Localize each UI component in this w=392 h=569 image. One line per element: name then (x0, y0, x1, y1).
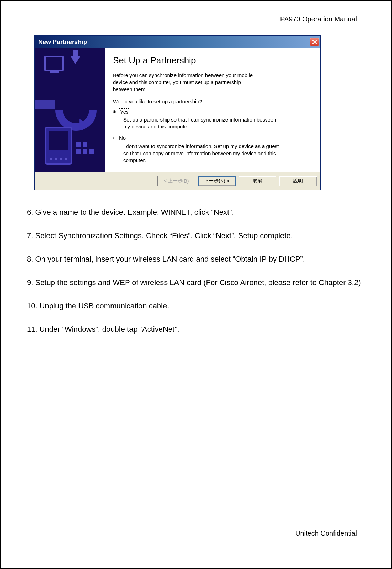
radio-option-no[interactable]: ○ No (113, 135, 311, 141)
pda-button-icon (55, 158, 57, 160)
close-icon (312, 40, 317, 44)
arrow-down-icon (71, 56, 80, 64)
pda-button-icon (60, 158, 62, 160)
help-button[interactable]: 說明 (279, 176, 317, 186)
cancel-button[interactable]: 取消 (239, 176, 276, 186)
page-header: PA970 Operation Manual (25, 15, 367, 23)
step-6: 6. Give a name to the device. Example: W… (27, 207, 365, 218)
dialog-button-row: < 上一步(B) 下一步(N) > 取消 說明 (35, 172, 320, 190)
page-footer: Unitech Confidential (295, 529, 357, 537)
pda-button-icon (50, 158, 52, 160)
decorative-bar (35, 100, 55, 109)
step-7: 7. Select Synchronization Settings. Chec… (27, 230, 365, 242)
radio-yes-description: Set up a partnership so that I can synch… (123, 116, 282, 130)
close-button[interactable] (310, 38, 319, 46)
dialog-content: Set Up a Partnership Before you can sync… (105, 48, 320, 172)
new-partnership-dialog: New Partnership (34, 35, 321, 190)
dialog-title: New Partnership (38, 39, 87, 46)
radio-unselected-icon: ○ (113, 135, 119, 141)
radio-no-description: I don't want to synchronize information.… (123, 143, 282, 164)
step-10: 10. Unplug the USB communication cable. (27, 300, 365, 312)
radio-no-label: No (119, 135, 126, 141)
dialog-titlebar: New Partnership (35, 36, 320, 48)
radio-selected-icon: ◉ (113, 108, 119, 115)
radio-option-yes[interactable]: ◉ Yes (113, 108, 311, 115)
dialog-description: Before you can synchronize information b… (113, 72, 257, 93)
monitor-icon (44, 56, 64, 71)
decorative-squares (76, 141, 94, 156)
step-11: 11. Under “Windows”, double tap “ActiveN… (27, 324, 365, 335)
next-button[interactable]: 下一步(N) > (198, 176, 236, 186)
dialog-heading: Set Up a Partnership (113, 55, 311, 66)
radio-yes-label: Yes (119, 108, 129, 115)
document-page: PA970 Operation Manual New Partnership (0, 0, 392, 569)
step-8: 8. On your terminal, insert your wireles… (27, 253, 365, 265)
manual-steps: 6. Give a name to the device. Example: W… (25, 207, 367, 336)
pda-button-icon (65, 158, 67, 160)
pda-icon (45, 127, 72, 165)
back-button: < 上一步(B) (157, 176, 195, 186)
dialog-body: Set Up a Partnership Before you can sync… (35, 48, 320, 172)
dialog-sidebar-graphic (35, 48, 105, 172)
dialog-question: Would you like to set up a partnership? (113, 98, 311, 104)
step-9: 9. Setup the settings and WEP of wireles… (27, 277, 365, 288)
